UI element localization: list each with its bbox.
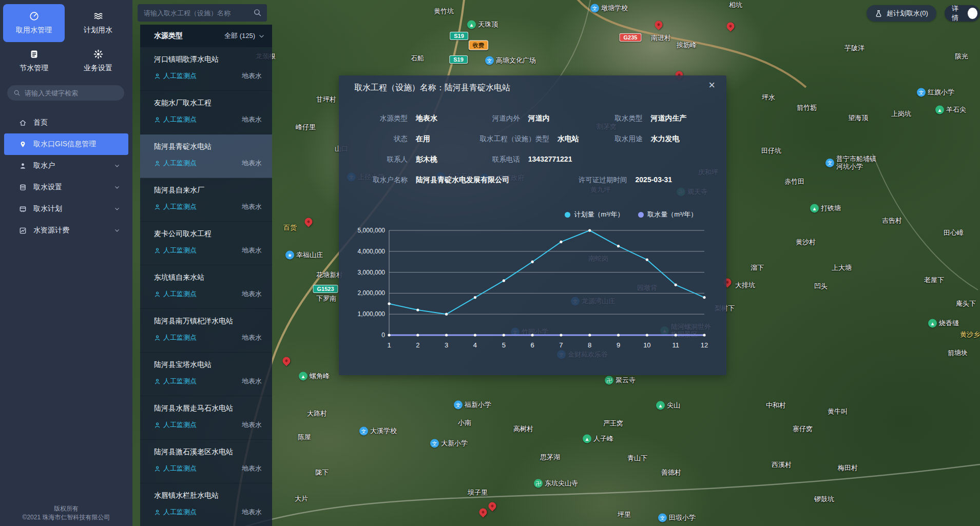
mountain-pin-icon: ▲ — [583, 435, 591, 443]
module-tile-3[interactable]: 节水管理 — [3, 45, 65, 77]
copyright-line1: 版权所有 — [0, 504, 132, 513]
sidebar-item-3[interactable]: 取水户 — [4, 155, 128, 177]
search-icon[interactable] — [253, 8, 262, 17]
map-label: 坪里 — [618, 511, 631, 519]
modal-title: 取水工程（设施）名称：陆河县青碇水电站 — [354, 83, 510, 93]
facility-list-item[interactable]: 麦卡公司取水工程人工监测点地表水 — [140, 222, 272, 265]
map-label: 田心嶂 — [944, 229, 964, 237]
map-label: 田仔坑 — [761, 147, 781, 155]
location-icon — [18, 141, 27, 148]
over-plan-label: 超计划取水(0) — [887, 9, 928, 18]
map-label: 庵头下 — [956, 300, 976, 308]
chevron-down-icon[interactable] — [114, 184, 120, 190]
map-label: 挨坜峰 — [677, 42, 697, 49]
water-source-type: 地表水 — [242, 508, 264, 517]
map-label: 思茅湖 — [540, 454, 560, 461]
sidebar-item-5[interactable]: 取水计划 — [4, 198, 128, 220]
road-badge: G1523 — [313, 285, 338, 293]
person-icon — [154, 247, 161, 254]
map-label: 凹头 — [814, 283, 828, 290]
detail-field: 许可证过期时间2025-03-31 — [579, 176, 708, 185]
keyword-search-input[interactable] — [7, 85, 124, 101]
field-label: 取水户名称 — [368, 176, 408, 185]
school-pin-icon: 文 — [825, 159, 834, 168]
facility-detail-modal: 取水工程（设施）名称：陆河县青碇水电站 × 水源类型地表水河道内外河道内取水类型… — [339, 75, 726, 375]
detail-field: 联系人彭木桃 — [368, 155, 480, 164]
svg-text:1,000,000: 1,000,000 — [358, 310, 386, 318]
map-label: 望海顶 — [848, 114, 868, 122]
chevron-down-icon[interactable] — [114, 163, 120, 169]
map-label: 文福新小学 — [454, 401, 491, 410]
legend-item[interactable]: 计划量（m³/年） — [565, 210, 624, 219]
map-label: 陔光 — [955, 53, 968, 61]
sidebar-item-label: 水资源计费 — [33, 226, 69, 235]
map-label: 黄牛叫 — [828, 408, 848, 416]
module-tile-4[interactable]: 业务设置 — [68, 45, 128, 77]
field-value: 地表水 — [416, 114, 437, 123]
facility-search-input[interactable] — [138, 4, 267, 22]
legend-item[interactable]: 取水量（m³/年） — [638, 210, 697, 219]
facility-list-item[interactable]: 陆河县宝塔水电站人工监测点地表水 — [140, 353, 272, 396]
facility-name: 河口镇唱歌潭水电站 — [154, 55, 264, 64]
legend-label: 取水量（m³/年） — [647, 210, 697, 219]
map-label: 峰仔里 — [296, 124, 316, 131]
person-icon — [154, 204, 161, 210]
sidebar-item-label: 取水口GIS信息管理 — [33, 140, 96, 149]
field-label: 水源类型 — [368, 114, 408, 123]
detail-field: 河道内外河道内 — [480, 114, 603, 123]
water-source-type: 地表水 — [242, 377, 264, 386]
map-label: 陈屋 — [298, 434, 311, 441]
svg-text:3: 3 — [445, 341, 448, 349]
facility-list-item[interactable]: 陆河县青碇水电站人工监测点地表水 — [140, 134, 272, 178]
detail-row: 联系人彭木桃联系电话13432771221 — [368, 149, 708, 170]
legend-dot-icon — [565, 212, 570, 218]
detail-toggle[interactable]: 详情 — [945, 5, 980, 22]
source-type-filter-dropdown[interactable]: 全部 (125) — [224, 31, 265, 41]
map-label: 相坑 — [729, 2, 742, 9]
close-icon[interactable]: × — [708, 80, 715, 91]
facility-list-item[interactable]: 水唇镇水栏肚水电站人工监测点地表水 — [140, 483, 272, 526]
facility-name: 麦卡公司取水工程 — [154, 229, 264, 239]
tile-label: 节水管理 — [20, 64, 48, 73]
sidebar-item-label: 取水户 — [33, 161, 55, 170]
sidebar-item-4[interactable]: 取水设置 — [4, 177, 128, 198]
home-icon — [18, 119, 27, 127]
temple-pin-icon: 卍 — [534, 479, 543, 488]
map-label: ▲尖山 — [656, 401, 680, 410]
facility-list-item[interactable]: 陆河县南万镇杞洋水电站人工监测点地表水 — [140, 309, 272, 353]
water-source-type: 地表水 — [242, 420, 264, 430]
app-root: 黄竹坑▲天珠顶文墩塘学校相坑南进村挨坜峰芋陂洋陔光石船文高塘文化广场龙颈根甘坪村… — [0, 0, 980, 526]
facility-list-item[interactable]: 陆河县自来水厂人工监测点地表水 — [140, 178, 272, 222]
copyright-line2: ©2021 珠海市仁智科技有限公司 — [0, 513, 132, 522]
chevron-down-icon[interactable] — [114, 227, 120, 233]
facility-list-item[interactable]: 陆河县激石溪老区水电站人工监测点地表水 — [140, 440, 272, 483]
module-tile-2[interactable]: 计划用水 — [68, 4, 128, 42]
map-label: 中和村 — [766, 402, 786, 410]
facility-list-item[interactable]: 友能水厂取水工程人工监测点地表水 — [140, 91, 272, 134]
sidebar-item-label: 首页 — [33, 118, 48, 127]
map-label: 高树村 — [513, 425, 533, 433]
sidebar-item-2[interactable]: 取水口GIS信息管理 — [4, 133, 128, 155]
map-label: 大排坑 — [735, 282, 755, 289]
water-source-type: 地表水 — [242, 71, 264, 81]
person-icon — [154, 116, 161, 123]
toggle-knob-icon[interactable] — [968, 8, 977, 19]
sidebar-item-1[interactable]: 首页 — [4, 112, 128, 133]
map-label: 严王窝 — [603, 420, 623, 427]
over-plan-intake-button[interactable]: 超计划取水(0) — [867, 5, 936, 22]
scenic-pin-icon: ★ — [285, 251, 294, 260]
tile-label: 业务设置 — [84, 64, 112, 73]
facility-name: 陆河县水唇走马石水电站 — [154, 404, 264, 413]
detail-field: 取水类型河道内生产 — [602, 114, 708, 123]
facility-list-item[interactable]: 河口镇唱歌潭水电站人工监测点地表水 — [140, 47, 272, 91]
facility-list-item[interactable]: 东坑镇自来水站人工监测点地表水 — [140, 265, 272, 309]
person-icon — [154, 291, 161, 298]
sidebar: 取用水管理计划用水节水管理业务设置 首页取水口GIS信息管理取水户取水设置取水计… — [0, 0, 132, 526]
map-label: 赤竹田 — [784, 178, 804, 186]
field-value: 2025-03-31 — [636, 176, 672, 184]
chevron-down-icon[interactable] — [114, 206, 120, 212]
sidebar-item-6[interactable]: 水资源计费 — [4, 220, 128, 241]
module-tile-1[interactable]: 取用水管理 — [3, 4, 65, 42]
map-label: 南进村 — [651, 34, 671, 42]
facility-list-item[interactable]: 陆河县水唇走马石水电站人工监测点地表水 — [140, 396, 272, 440]
